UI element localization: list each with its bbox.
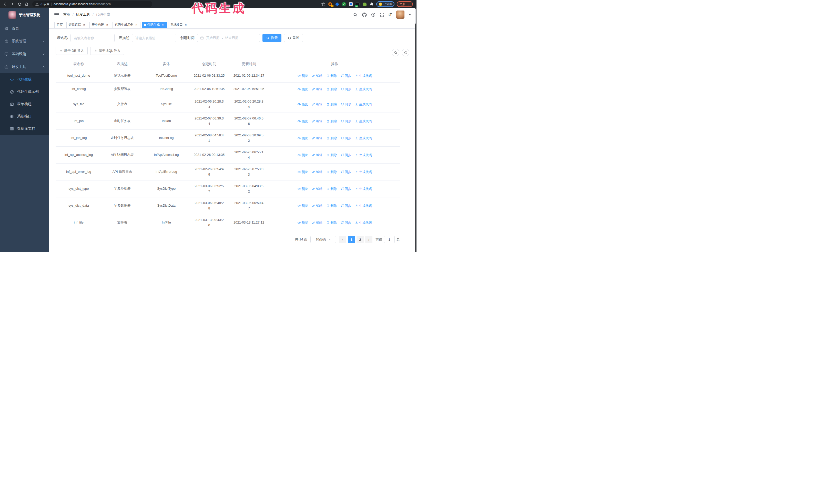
avatar[interactable]: [396, 10, 404, 19]
action-edit-link[interactable]: 编辑: [312, 87, 323, 92]
date-end-placeholder[interactable]: 结束日期: [225, 35, 238, 40]
action-sync-link[interactable]: 同步: [341, 169, 351, 174]
action-edit-link[interactable]: 编辑: [312, 220, 323, 225]
action-download-link[interactable]: 生成代码: [355, 73, 372, 78]
action-trash-link[interactable]: 删除: [326, 203, 337, 209]
action-trash-link[interactable]: 删除: [326, 136, 337, 141]
breadcrumb-item-1[interactable]: 研发工具: [76, 12, 90, 17]
address-bar[interactable]: 不安全 dashboard.yudao.iocoder.cn/tool/code…: [32, 1, 152, 7]
sidebar-item-3[interactable]: 研发工具: [0, 61, 49, 73]
import-sql-button[interactable]: 基于 SQL 导入: [90, 47, 124, 55]
action-eye-link[interactable]: 预览: [297, 203, 308, 209]
action-edit-link[interactable]: 编辑: [312, 203, 323, 209]
action-edit-link[interactable]: 编辑: [312, 136, 323, 141]
action-trash-link[interactable]: 删除: [326, 152, 337, 158]
fullscreen-icon[interactable]: [380, 13, 384, 17]
action-sync-link[interactable]: 同步: [341, 152, 351, 158]
action-eye-link[interactable]: 预览: [297, 119, 308, 124]
action-trash-link[interactable]: 删除: [326, 73, 337, 78]
extension-grid-icon[interactable]: [349, 2, 353, 6]
sidebar-subitem-1[interactable]: 代码生成示例: [0, 86, 49, 98]
header-search-icon[interactable]: [353, 13, 358, 17]
tab-0[interactable]: 首页: [54, 22, 65, 28]
action-eye-link[interactable]: 预览: [297, 102, 308, 107]
action-download-link[interactable]: 生成代码: [355, 203, 372, 209]
sidebar-subitem-3[interactable]: 系统接口: [0, 110, 49, 123]
breadcrumb-item-0[interactable]: 首页: [63, 12, 70, 17]
action-sync-link[interactable]: 同步: [341, 186, 351, 192]
date-start-placeholder[interactable]: 开始日期: [206, 35, 219, 40]
action-sync-link[interactable]: 同步: [341, 136, 351, 141]
sidebar-item-1[interactable]: 系统管理: [0, 35, 49, 48]
close-icon[interactable]: ×: [105, 23, 109, 27]
action-edit-link[interactable]: 编辑: [312, 186, 323, 192]
action-eye-link[interactable]: 预览: [297, 136, 308, 141]
forward-icon[interactable]: [9, 1, 15, 7]
back-icon[interactable]: [2, 1, 8, 7]
close-icon[interactable]: ×: [184, 23, 188, 27]
action-sync-link[interactable]: 同步: [341, 203, 351, 209]
action-sync-link[interactable]: 同步: [341, 119, 351, 124]
action-trash-link[interactable]: 删除: [326, 87, 337, 92]
action-sync-link[interactable]: 同步: [341, 220, 351, 225]
tab-4[interactable]: 代码生成×: [142, 22, 167, 28]
sidebar-item-2[interactable]: 基础设施: [0, 48, 49, 61]
action-sync-link[interactable]: 同步: [341, 87, 351, 92]
import-db-button[interactable]: 基于 DB 导入: [56, 47, 88, 55]
browser-menu-icon[interactable]: ⋮⋮: [407, 2, 410, 7]
action-download-link[interactable]: 生成代码: [355, 102, 372, 107]
action-trash-link[interactable]: 删除: [326, 119, 337, 124]
reset-button[interactable]: 重置: [284, 34, 303, 42]
close-icon[interactable]: ×: [135, 23, 138, 27]
table-name-input[interactable]: [70, 34, 115, 42]
action-download-link[interactable]: 生成代码: [355, 87, 372, 92]
sidebar-subitem-4[interactable]: 数据库文档: [0, 123, 49, 135]
refresh-button[interactable]: [402, 49, 409, 56]
action-download-link[interactable]: 生成代码: [355, 119, 372, 124]
extension-orange-icon[interactable]: 1: [328, 2, 332, 6]
date-range-picker[interactable]: 开始日期 - 结束日期: [197, 34, 260, 42]
action-download-link[interactable]: 生成代码: [355, 169, 372, 174]
action-edit-link[interactable]: 编辑: [312, 152, 323, 158]
goto-input[interactable]: [384, 236, 395, 243]
next-page-button[interactable]: ›: [365, 236, 373, 243]
page-size-select[interactable]: 10条/页: [310, 236, 336, 243]
page-button-2[interactable]: 2: [357, 236, 364, 243]
prev-page-button[interactable]: ‹: [339, 236, 346, 243]
search-button[interactable]: 搜索: [262, 34, 281, 42]
scrollbar-thumb[interactable]: [415, 9, 416, 24]
action-eye-link[interactable]: 预览: [297, 73, 308, 78]
tab-1[interactable]: 链路追踪×: [66, 22, 88, 28]
tab-3[interactable]: 代码生成示例×: [113, 22, 140, 28]
action-download-link[interactable]: 生成代码: [355, 186, 372, 192]
sidebar-subitem-0[interactable]: 代码生成: [0, 73, 49, 86]
action-sync-link[interactable]: 同步: [341, 102, 351, 107]
action-edit-link[interactable]: 编辑: [312, 169, 323, 174]
extension-gem-icon[interactable]: [335, 2, 339, 6]
action-trash-link[interactable]: 删除: [326, 169, 337, 174]
help-icon[interactable]: [371, 13, 376, 17]
page-scrollbar[interactable]: [415, 8, 416, 252]
home-icon[interactable]: [24, 1, 30, 7]
sidebar-subitem-2[interactable]: 表单构建: [0, 98, 49, 110]
avatar-caret-icon[interactable]: [409, 14, 411, 16]
action-eye-link[interactable]: 预览: [297, 152, 308, 158]
action-sync-link[interactable]: 同步: [341, 73, 351, 78]
close-icon[interactable]: ×: [161, 23, 165, 27]
profile-paused-chip[interactable]: 已暂停: [376, 1, 395, 7]
action-edit-link[interactable]: 编辑: [312, 119, 323, 124]
sidebar-logo-row[interactable]: 芋道管理系统: [0, 8, 49, 22]
action-download-link[interactable]: 生成代码: [355, 136, 372, 141]
sidebar-toggle-icon[interactable]: [54, 13, 59, 16]
extensions-puzzle-icon[interactable]: [369, 2, 374, 6]
action-edit-link[interactable]: 编辑: [312, 102, 323, 107]
action-eye-link[interactable]: 预览: [297, 186, 308, 192]
action-download-link[interactable]: 生成代码: [355, 152, 372, 158]
toggle-search-button[interactable]: [391, 49, 399, 56]
action-eye-link[interactable]: 预览: [297, 169, 308, 174]
table-desc-input[interactable]: [132, 34, 176, 42]
close-icon[interactable]: ×: [82, 23, 86, 27]
tab-5[interactable]: 系统接口×: [168, 22, 190, 28]
action-download-link[interactable]: 生成代码: [355, 220, 372, 225]
extension-on-icon[interactable]: on: [356, 2, 360, 6]
